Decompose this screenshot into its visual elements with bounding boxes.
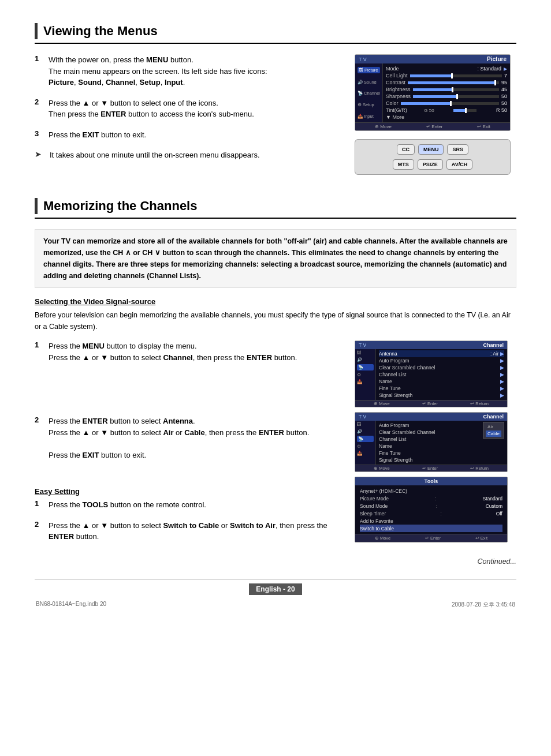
cell-light-value: 7	[504, 73, 507, 78]
brightness-label: Brightness	[386, 87, 411, 92]
ch2-section-label: Channel	[483, 414, 504, 420]
ch1-move: ⊕ Move	[374, 401, 389, 406]
color-row: Color 50	[386, 100, 507, 107]
ch-step1-text: Press the MENU button to display the men…	[49, 340, 343, 363]
easy-step1-text: Press the TOOLS button on the remote con…	[49, 499, 343, 511]
sharpness-tick	[456, 94, 458, 99]
cell-light-label: Cell Light	[386, 73, 408, 78]
section1-text: 1 With the power on, press the MENU butt…	[35, 54, 343, 175]
cell-light-bar	[410, 74, 502, 77]
ch2-set: ⚙	[357, 444, 374, 449]
ch-step2-row: 2 Press the ENTER button to select Anten…	[35, 416, 343, 461]
ch2-finetune: Fine Tune	[379, 450, 504, 456]
sharpness-bar	[413, 95, 499, 98]
ch1-ant-label: Antenna	[379, 351, 397, 357]
ch1-enter: ↵ Enter	[422, 401, 438, 406]
ch1-footer: ⊕ Move ↵ Enter ↩ Return	[355, 400, 507, 407]
tint-tick	[465, 108, 467, 113]
ch1-finetune: Fine Tune ▶	[379, 385, 504, 392]
page: Viewing the Menus 1 With the power on, p…	[0, 0, 551, 756]
tip-text: It takes about one minute until the on-s…	[50, 149, 343, 161]
contrast-fill	[408, 81, 494, 84]
mode-arrow: ▶	[504, 66, 507, 72]
tools-anynet: Anynet+ (HDMI-CEC)	[360, 487, 502, 495]
tools-favorite: Add to Favorite	[360, 517, 502, 525]
ch2-flex: 🖼 🔊 📡 ⚙ 📥 Auto Program Air	[355, 421, 507, 465]
tools-sleep-val: Off	[496, 511, 502, 517]
footer-enter: ↵ Enter	[426, 124, 442, 129]
easy-step2-text: Press the ▲ or ▼ button to select Switch…	[49, 520, 343, 542]
ch1-snd: 🔊	[357, 357, 374, 362]
sharpness-row: Sharpness 50	[386, 93, 507, 100]
ch2-snd: 🔊	[357, 429, 374, 434]
sidebar-sound: 🔊 Sound	[358, 80, 380, 85]
ch1-sidebar: 🖼 🔊 📡 ⚙ 📥	[355, 349, 376, 400]
ch1-auto-arrow: ▶	[500, 358, 504, 364]
ch2-enter: ↵ Enter	[422, 466, 438, 471]
ch-step1-num: 1	[35, 340, 44, 349]
brightness-fill	[413, 88, 452, 91]
ch2-auto: Auto Program Air Cable	[379, 422, 504, 429]
tools-fav-label: Add to Favorite	[360, 518, 393, 524]
step1-text: With the power on, press the MENU button…	[49, 54, 343, 88]
footer-move: ⊕ Move	[375, 124, 392, 129]
ch1-section-label: Channel	[483, 342, 504, 348]
step3-num: 3	[35, 129, 44, 138]
ch1-list-label: Channel List	[379, 372, 406, 377]
ch2-name-label: Name	[379, 443, 392, 449]
more-row: ▼ More	[386, 114, 507, 121]
ch2-popup: Air Cable	[483, 422, 504, 439]
ch2-ch: 📡	[357, 436, 374, 442]
two-col-layout: 1 Press the MENU button to display the m…	[35, 340, 516, 552]
tools-ui: Tools Anynet+ (HDMI-CEC) Picture Mode : …	[355, 477, 508, 542]
step3-row: 3 Press the EXIT button to exit.	[35, 129, 343, 141]
sharpness-value: 50	[501, 93, 507, 99]
bottom-meta: BN68-01814A~Eng.indb 20 2008-07-28 오후 3:…	[35, 601, 516, 609]
ch2-tv-label: T V	[359, 414, 366, 420]
ch1-finetune-arrow: ▶	[500, 386, 504, 391]
footer-box: English - 20	[249, 583, 301, 595]
ch1-pic: 🖼	[357, 350, 374, 355]
tools-switch: Switch to Cable	[360, 525, 502, 532]
section2-title: Memorizing the Channels	[43, 199, 197, 214]
ch1-ant-arrow: ▶	[500, 351, 504, 357]
ch1-return: ↩ Return	[470, 401, 489, 406]
ch2-signal: Signal Strength	[379, 456, 504, 463]
tint-g: G 50	[424, 108, 434, 113]
ch2-main: Auto Program Air Cable Clear Scrambled C…	[376, 421, 507, 465]
remote-srs: SRS	[447, 144, 468, 155]
section1: Viewing the Menus 1 With the power on, p…	[35, 23, 516, 175]
remote-psize: PSIZE	[418, 159, 443, 170]
tools-header: Tools	[355, 477, 507, 485]
step2-num: 2	[35, 98, 44, 106]
ch1-name-label: Name	[379, 379, 392, 384]
remote-menu: MENU	[418, 144, 444, 155]
ch2-finetune-label: Fine Tune	[379, 450, 401, 456]
tv-flex: 🖼 Picture 🔊 Sound 📡 Channel ⚙ Setup 📥 In…	[355, 63, 510, 122]
ch1-name: Name ▶	[379, 378, 504, 385]
ch2-inp: 📥	[357, 451, 374, 456]
tools-footer: ⊕ Move ↵ Enter ↩ Exit	[355, 534, 507, 542]
ch2-cable-option: Cable	[486, 431, 501, 437]
contrast-label: Contrast	[386, 80, 405, 85]
sidebar-picture: 🖼 Picture	[358, 67, 380, 73]
cell-light-tick	[451, 73, 453, 78]
tools-anynet-label: Anynet+ (HDMI-CEC)	[360, 488, 407, 494]
ch2-auto-label: Auto Program	[379, 422, 409, 428]
tools-enter: ↵ Enter	[425, 536, 441, 541]
tools-exit: ↩ Exit	[475, 536, 488, 541]
ch1-list-arrow: ▶	[500, 372, 504, 377]
tip-row: ➤ It takes about one minute until the on…	[35, 149, 343, 161]
tools-sleep-label: Sleep Timer	[360, 511, 386, 517]
ch2-pic: 🖼	[357, 422, 374, 427]
easy-step2-row: 2 Press the ▲ or ▼ button to select Swit…	[35, 520, 343, 542]
ch1-ch: 📡	[357, 364, 374, 370]
ch2-sidebar: 🖼 🔊 📡 ⚙ 📥	[355, 421, 376, 465]
brightness-bar	[413, 88, 499, 91]
tools-picture-val: Standard	[483, 496, 503, 501]
ch1-ant-val: : Air ▶	[490, 351, 504, 357]
ch1-inp: 📥	[357, 379, 374, 384]
ch2-list-label: Channel List	[379, 436, 406, 442]
contrast-value: 95	[501, 80, 507, 85]
tv-section-label: Picture	[487, 56, 507, 62]
